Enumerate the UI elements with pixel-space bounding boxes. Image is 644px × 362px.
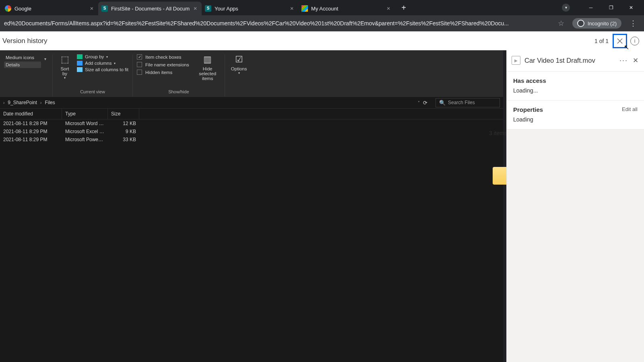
checkbox-icon: [137, 62, 142, 67]
chevron-down-icon: ▾: [114, 62, 116, 65]
options-icon: ☑: [235, 54, 243, 65]
close-icon[interactable]: ×: [385, 5, 392, 12]
options-button[interactable]: ☑ Options ▾: [229, 54, 249, 75]
google-favicon-icon: [5, 5, 11, 12]
sharepoint-favicon-icon: S: [205, 5, 211, 12]
sort-icon: ⬚: [61, 54, 69, 65]
close-icon[interactable]: ×: [89, 5, 95, 12]
checkbox-checked-icon: [137, 54, 142, 60]
video-file-icon: ▶: [512, 56, 520, 65]
file-extensions-toggle[interactable]: File name extensions: [137, 62, 189, 67]
more-actions-button[interactable]: ···: [619, 56, 628, 65]
properties-section: Edit all Properties Loading: [507, 101, 644, 130]
table-row[interactable]: 2021-08-11 8:29 PM Microsoft PowerP... 3…: [0, 136, 503, 144]
vpn-badge-icon[interactable]: ▾: [562, 4, 570, 12]
browser-menu-button[interactable]: ⋮: [625, 19, 642, 28]
close-icon[interactable]: ×: [192, 5, 198, 12]
version-history-bar: Version history 1 of 1 ↖ i: [0, 31, 644, 50]
tab-title: Your Apps: [215, 6, 286, 12]
ribbon-current-view-group: ⬚ Sort by ▾ Group by ▾ Add columns ▾ Siz…: [53, 54, 133, 97]
table-row[interactable]: 2021-08-11 8:28 PM Microsoft Word D... 1…: [0, 119, 503, 128]
bookmark-star-icon[interactable]: ☆: [553, 19, 569, 28]
column-headers: Date modified Type Size: [0, 109, 503, 119]
chevron-right-icon: ›: [40, 101, 41, 105]
details-filename: Car Video 1st Draft.mov: [524, 57, 615, 64]
search-icon: 🔍: [439, 100, 446, 106]
incognito-indicator[interactable]: Incognito (2): [572, 18, 621, 29]
chevron-down-icon: ▾: [238, 71, 240, 75]
breadcrumb-segment[interactable]: 9_SharePoint: [8, 100, 37, 105]
chevron-down-icon: ▾: [64, 76, 66, 80]
has-access-heading: Has access: [513, 77, 638, 84]
new-tab-button[interactable]: +: [398, 2, 409, 13]
group-by-button[interactable]: Group by ▾: [77, 54, 128, 59]
browser-tab-google[interactable]: Google ×: [2, 2, 98, 15]
microsoft-favicon-icon: [301, 5, 308, 12]
file-list: 2021-08-11 8:28 PM Microsoft Word D... 1…: [0, 119, 503, 144]
item-checkboxes-toggle[interactable]: Item check boxes: [137, 54, 189, 60]
checkbox-icon: [137, 70, 142, 75]
window-close-button[interactable]: ✕: [622, 2, 640, 14]
refresh-icon[interactable]: ⟳: [423, 100, 427, 106]
hidden-items-toggle[interactable]: Hidden items: [137, 70, 189, 75]
ribbon-showhide-group: Item check boxes File name extensions Hi…: [133, 54, 225, 97]
ribbon-layout-group: Medium icons Details ▾: [0, 54, 53, 97]
address-bar[interactable]: ed%20Documents/Forms/AllItems.aspx?id=%2…: [0, 20, 553, 27]
chevron-right-icon: ›: [3, 101, 4, 105]
breadcrumb[interactable]: › 9_SharePoint › Files ˅ ⟳ 🔍 Search File…: [0, 97, 503, 109]
layout-more-icon[interactable]: ▾: [42, 57, 48, 61]
tab-title: Google: [14, 6, 86, 12]
sharepoint-favicon-icon: S: [101, 5, 108, 12]
incognito-label: Incognito (2): [588, 21, 617, 27]
hide-icon: ▥: [203, 54, 212, 65]
window-minimize-button[interactable]: ─: [582, 2, 600, 14]
version-history-title: Version history: [2, 37, 47, 45]
explorer-ribbon: Medium icons Details ▾ ⬚ Sort by ▾ Group…: [0, 50, 503, 97]
details-header: ▶ Car Video 1st Draft.mov ··· ✕: [507, 50, 644, 72]
properties-heading: Properties: [513, 106, 638, 113]
ribbon-options-group: ☑ Options ▾: [225, 54, 253, 97]
incognito-icon: [577, 20, 584, 27]
item-count: 3 items: [489, 130, 507, 136]
has-access-section: Has access Loading...: [507, 72, 644, 101]
sort-by-button[interactable]: ⬚ Sort by ▾: [57, 54, 73, 80]
browser-tab-my-account[interactable]: My Account ×: [298, 2, 395, 15]
edit-all-button[interactable]: Edit all: [622, 106, 638, 112]
search-placeholder: Search Files: [448, 100, 475, 105]
size-columns-button[interactable]: Size all columns to fit: [77, 67, 128, 72]
tab-title: My Account: [311, 6, 383, 12]
layout-medium-icons[interactable]: Medium icons: [4, 54, 41, 61]
properties-value: Loading: [513, 116, 638, 123]
search-input[interactable]: 🔍 Search Files: [436, 98, 500, 107]
browser-tab-bar: Google × S FirstSite - Documents - All D…: [0, 0, 644, 15]
window-maximize-button[interactable]: ❐: [602, 2, 620, 14]
version-counter: 1 of 1: [594, 38, 609, 44]
ribbon-group-label: Show/hide: [137, 88, 221, 97]
column-size[interactable]: Size: [108, 109, 139, 119]
layout-details[interactable]: Details: [4, 62, 41, 68]
ribbon-group-label: Current view: [57, 88, 128, 97]
column-date-modified[interactable]: Date modified: [0, 109, 62, 119]
has-access-value: Loading...: [513, 87, 638, 94]
column-type[interactable]: Type: [62, 109, 108, 119]
add-columns-button[interactable]: Add columns ▾: [77, 61, 128, 66]
chevron-down-icon: ▾: [106, 55, 108, 59]
browser-tab-sharepoint-docs[interactable]: S FirstSite - Documents - All Docum ×: [98, 2, 202, 15]
browser-toolbar: ed%20Documents/Forms/AllItems.aspx?id=%2…: [0, 15, 644, 31]
hide-selected-button[interactable]: ▥ Hide selected items: [195, 54, 221, 81]
file-explorer: Medium icons Details ▾ ⬚ Sort by ▾ Group…: [0, 50, 503, 362]
details-close-button[interactable]: ✕: [632, 56, 639, 65]
version-history-close-button[interactable]: ↖: [613, 34, 627, 48]
browser-tab-your-apps[interactable]: S Your Apps ×: [202, 2, 298, 15]
tab-title: FirstSite - Documents - All Docum: [111, 6, 190, 12]
breadcrumb-segment[interactable]: Files: [45, 100, 55, 105]
close-icon[interactable]: ×: [289, 5, 295, 12]
info-button[interactable]: i: [630, 37, 639, 45]
details-panel: ▶ Car Video 1st Draft.mov ··· ✕ Has acce…: [506, 50, 644, 362]
cursor-icon: ↖: [624, 43, 629, 51]
chevron-down-icon[interactable]: ˅: [418, 101, 420, 105]
table-row[interactable]: 2021-08-11 8:29 PM Microsoft Excel W... …: [0, 128, 503, 136]
